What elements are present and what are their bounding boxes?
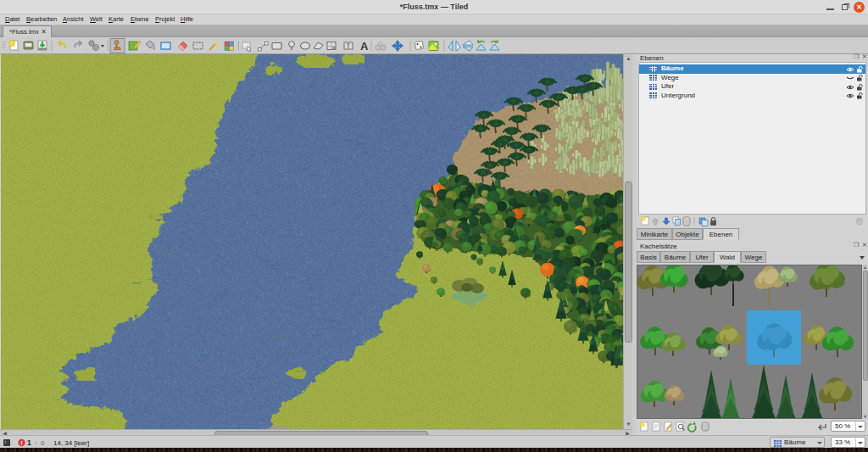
svg-text:!: !	[20, 439, 23, 447]
svg-text:0: 0	[41, 439, 45, 447]
svg-text:1: 1	[27, 438, 31, 447]
svg-text:14, 34 [leer]: 14, 34 [leer]	[53, 439, 89, 447]
svg-text:A: A	[360, 40, 369, 53]
svg-text:!: !	[35, 439, 36, 447]
